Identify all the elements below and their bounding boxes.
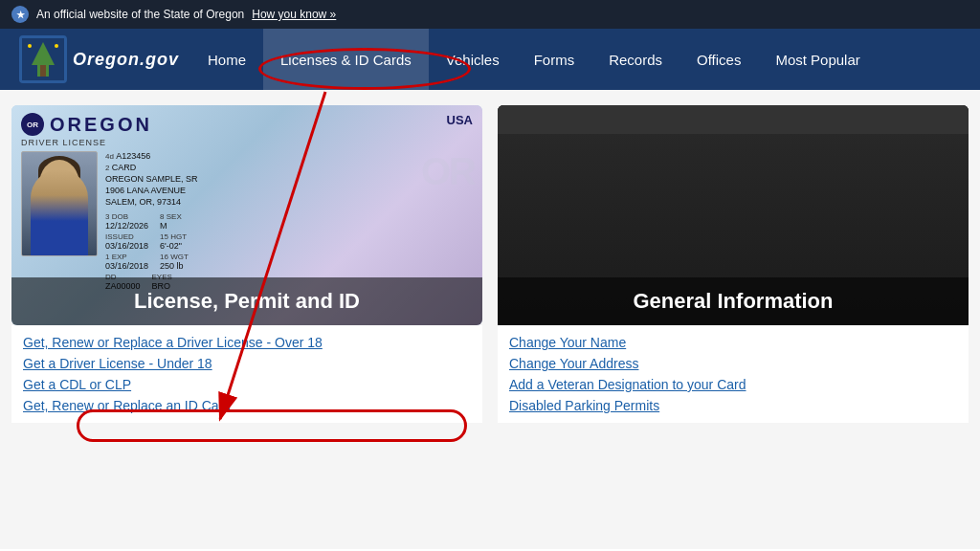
dl-header: OR OREGON DRIVER LICENSE USA [21, 113, 473, 147]
dl-field-number: 4d A123456 [105, 151, 473, 161]
dl-issued-field: ISSUED 03/16/2018 [105, 232, 148, 251]
nav-item-vehicles[interactable]: Vehicles [429, 29, 517, 90]
link-get-id-card[interactable]: Get, Renew or Replace an ID Card [23, 398, 471, 413]
dl-sex-field: 8 SEX M [160, 212, 182, 231]
shield-icon: ★ [11, 6, 29, 23]
dl-dob-value: 12/12/2026 [105, 221, 148, 231]
link-change-name[interactable]: Change Your Name [509, 335, 957, 350]
dl-weight-field: 16 WGT 250 lb [160, 253, 189, 271]
dl-seal-icon: OR [21, 113, 44, 136]
oregon-logo-icon [19, 35, 67, 83]
right-links: Change Your Name Change Your Address Add… [498, 325, 969, 423]
dl-city-value: SALEM, OR, 97314 [105, 197, 181, 207]
nav-item-records[interactable]: Records [591, 29, 679, 90]
dl-usa: USA [447, 113, 473, 127]
dl-field-name-label: 2 CARD [105, 163, 473, 172]
dl-fullname-value: OREGON SAMPLE, SR [105, 174, 198, 184]
link-get-cdl[interactable]: Get a CDL or CLP [23, 377, 471, 392]
svg-point-3 [28, 44, 32, 48]
dl-weight-row: 1 EXP 03/16/2018 16 WGT 250 lb [105, 253, 473, 271]
dl-dates-row: 3 DOB 12/12/2026 8 SEX M [105, 212, 473, 231]
info-image-container: ?i → General Information [498, 105, 969, 325]
dl-field-address: 1906 LANA AVENUE [105, 186, 473, 195]
nav-item-popular[interactable]: Most Popular [758, 29, 877, 90]
dl-state-title: OREGON [50, 114, 152, 136]
license-image-container: OR OREGON DRIVER LICENSE USA [11, 105, 482, 325]
dl-sex-value: M [160, 221, 182, 231]
svg-point-4 [55, 44, 58, 48]
license-panel-label: License, Permit and ID [11, 277, 482, 325]
dl-address-value: 1906 LANA AVENUE [105, 186, 186, 195]
tree-svg [22, 38, 64, 80]
nav-item-home[interactable]: Home [190, 29, 263, 90]
logo-area[interactable]: Oregon.gov [8, 35, 190, 83]
dl-height-field: 15 HGT 6'-02" [160, 232, 187, 251]
svg-rect-2 [40, 65, 46, 77]
dl-field-fullname: OREGON SAMPLE, SR [105, 174, 473, 184]
dl-issued-row: ISSUED 03/16/2018 15 HGT 6'-02" [105, 232, 473, 251]
logo-text: Oregon.gov [73, 50, 179, 70]
dl-expiry-value: 03/16/2018 [105, 261, 148, 271]
top-bar: ★ An official website of the State of Or… [0, 0, 980, 29]
dl-height-value: 6'-02" [160, 241, 187, 251]
link-get-renew-over18[interactable]: Get, Renew or Replace a Driver License -… [23, 335, 471, 350]
official-text: An official website of the State of Oreg… [36, 8, 244, 21]
dl-body-photo [31, 169, 88, 255]
link-change-address[interactable]: Change Your Address [509, 356, 957, 371]
general-info-label: General Information [498, 277, 969, 325]
left-links: Get, Renew or Replace a Driver License -… [11, 325, 482, 423]
nav-links: Home Licenses & ID Cards Vehicles Forms … [190, 29, 972, 90]
nav-item-licenses[interactable]: Licenses & ID Cards [263, 29, 429, 90]
nav-bar: Oregon.gov Home Licenses & ID Cards Vehi… [0, 29, 980, 90]
how-to-know-link[interactable]: How you know » [252, 8, 336, 21]
dl-number-value: A123456 [116, 151, 150, 161]
link-get-under18[interactable]: Get a Driver License - Under 18 [23, 356, 471, 371]
dl-weight-value: 250 lb [160, 261, 189, 271]
dl-type: DRIVER LICENSE [21, 138, 106, 147]
dl-oregon-logo: OR OREGON DRIVER LICENSE [21, 113, 152, 147]
nav-item-offices[interactable]: Offices [679, 29, 758, 90]
link-veteran-designation[interactable]: Add a Veteran Designation to your Card [509, 377, 957, 392]
dl-watermark: OR [421, 150, 475, 193]
dl-photo [21, 151, 98, 256]
dl-field-city: SALEM, OR, 97314 [105, 197, 473, 207]
dl-expiry-field: 1 EXP 03/16/2018 [105, 253, 148, 271]
nav-item-forms[interactable]: Forms [517, 29, 592, 90]
dl-dob-field: 3 DOB 12/12/2026 [105, 212, 148, 231]
link-disabled-parking[interactable]: Disabled Parking Permits [509, 398, 957, 413]
right-panel: ?i → General Information Change Your Nam… [498, 105, 969, 534]
dl-name-value: CARD [112, 163, 137, 172]
main-content: OR OREGON DRIVER LICENSE USA [0, 90, 980, 549]
dl-issued-value: 03/16/2018 [105, 241, 148, 251]
ceiling [498, 105, 969, 134]
left-panel: OR OREGON DRIVER LICENSE USA [11, 105, 482, 534]
